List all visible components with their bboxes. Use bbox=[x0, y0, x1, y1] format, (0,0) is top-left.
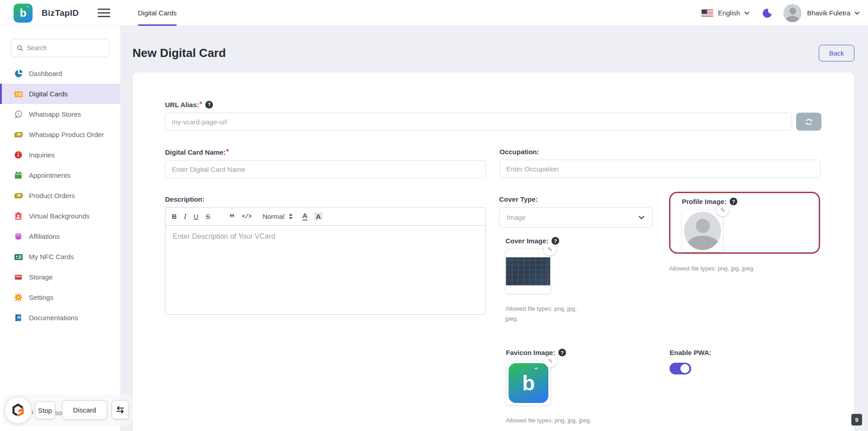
extension-logo-button[interactable] bbox=[5, 397, 32, 424]
chevron-down-icon[interactable] bbox=[744, 10, 750, 16]
help-icon[interactable]: ? bbox=[552, 237, 559, 245]
page-title: New Digital Card bbox=[132, 46, 226, 60]
strikethrough-button[interactable]: S bbox=[206, 213, 210, 220]
back-button[interactable]: Back bbox=[819, 45, 854, 62]
form-card: URL Alias: * ? Digital Card Nam bbox=[132, 72, 854, 431]
swap-arrows-button[interactable] bbox=[112, 400, 129, 419]
search-input[interactable] bbox=[27, 44, 104, 52]
user-menu-chevron-icon[interactable] bbox=[854, 10, 860, 16]
book-icon bbox=[14, 313, 23, 322]
sidebar-item-label: Whatsapp Stores bbox=[29, 110, 81, 118]
badge-person-icon bbox=[14, 211, 23, 221]
cover-image-allowed-types: Allowed file types: png, jpg, jpeg. bbox=[505, 304, 577, 324]
edit-profile-image-button[interactable]: ✎ bbox=[717, 204, 729, 216]
card-name-label: Digital Card Name: bbox=[165, 148, 226, 156]
required-asterisk: * bbox=[226, 148, 229, 156]
sidebar-item-virtual-backgrounds[interactable]: Virtual Backgrounds bbox=[0, 206, 120, 226]
sidebar-search[interactable] bbox=[11, 39, 109, 57]
discard-button[interactable]: Discard bbox=[62, 400, 107, 420]
brand-logo[interactable]: b ˝ bbox=[14, 4, 33, 23]
url-alias-label: URL Alias: bbox=[165, 101, 199, 109]
description-input[interactable]: Enter Description of Your VCard bbox=[165, 226, 485, 314]
user-avatar[interactable] bbox=[783, 4, 802, 22]
stop-button[interactable]: Stop bbox=[35, 401, 55, 419]
menu-toggle-icon[interactable] bbox=[98, 9, 110, 17]
edit-favicon-button[interactable]: ✎ bbox=[544, 355, 557, 367]
favicon-leaf-icon: ˝ bbox=[535, 367, 538, 376]
description-label: Description: bbox=[165, 195, 205, 203]
cover-type-select[interactable]: Image bbox=[499, 207, 653, 227]
storage-box-icon bbox=[14, 272, 23, 282]
enable-pwa-label: Enable PWA: bbox=[670, 349, 712, 356]
italic-button[interactable]: I bbox=[184, 213, 186, 220]
favicon-thumbnail: b ˝ ✎ bbox=[506, 360, 551, 406]
banknote-icon bbox=[14, 130, 23, 139]
sidebar: Dashboard Digital Cards Whatsapp Stores … bbox=[0, 26, 120, 431]
calendar-icon bbox=[14, 171, 23, 180]
cover-image-label: Cover Image: bbox=[505, 237, 548, 245]
underline-button[interactable]: U bbox=[193, 213, 198, 220]
swap-arrows-icon bbox=[115, 405, 125, 415]
dark-mode-moon-icon[interactable] bbox=[762, 8, 773, 19]
top-header: b ˝ BizTapID Digital Cards English Bhavi… bbox=[0, 0, 868, 26]
cover-image bbox=[506, 257, 550, 285]
url-alias-input[interactable] bbox=[165, 113, 792, 131]
description-editor: B I U S ” </> Normal A A En bbox=[165, 207, 486, 315]
sidebar-item-documentations[interactable]: Documentations bbox=[0, 308, 120, 328]
sidebar-item-whatsapp-product-order[interactable]: Whatsapp Product Order bbox=[0, 124, 120, 145]
brand-name: BizTapID bbox=[42, 0, 79, 26]
profile-image-thumbnail: ✎ bbox=[682, 209, 723, 252]
sidebar-item-digital-cards[interactable]: Digital Cards bbox=[0, 84, 120, 104]
bold-button[interactable]: B bbox=[172, 213, 177, 220]
help-icon[interactable]: ? bbox=[730, 198, 737, 205]
sidebar-item-storage[interactable]: Storage bbox=[0, 267, 120, 287]
enable-pwa-toggle[interactable] bbox=[670, 363, 691, 374]
tab-digital-cards[interactable]: Digital Cards bbox=[138, 0, 177, 26]
text-background-button[interactable]: A bbox=[315, 213, 322, 220]
logo-leaf-icon: ˝ bbox=[27, 6, 28, 11]
profile-image-allowed-types: Allowed file types: png, jpg, jpeg. bbox=[669, 264, 820, 274]
sidebar-item-affiliations[interactable]: Affiliations bbox=[0, 226, 120, 246]
sidebar-item-dashboard[interactable]: Dashboard bbox=[0, 63, 120, 84]
sidebar-item-product-orders[interactable]: Product Orders bbox=[0, 185, 120, 206]
help-icon[interactable]: ? bbox=[558, 349, 566, 356]
sidebar-item-label: Settings bbox=[29, 294, 53, 301]
sidebar-item-label: Documentations bbox=[29, 314, 78, 322]
edit-cover-image-button[interactable]: ✎ bbox=[544, 243, 556, 256]
format-value: Normal bbox=[263, 213, 284, 220]
favicon-allowed-types: Allowed file types: png, jpg, jpeg. bbox=[506, 416, 653, 426]
sidebar-item-label: My NFC Cards bbox=[29, 253, 74, 260]
profile-image-highlight-box: Profile Image: ? ✎ bbox=[669, 192, 820, 254]
us-flag-icon bbox=[701, 9, 713, 17]
regenerate-url-button[interactable] bbox=[796, 113, 821, 131]
help-icon[interactable]: ? bbox=[205, 101, 213, 109]
code-button[interactable]: </> bbox=[242, 214, 252, 219]
extension-hexagon-icon bbox=[10, 402, 26, 418]
clipped-text-fragment: so bbox=[55, 409, 62, 417]
sidebar-item-inquiries[interactable]: Inquiries bbox=[0, 145, 120, 165]
sidebar-item-appointments[interactable]: Appointments bbox=[0, 165, 120, 185]
sidebar-item-label: Digital Cards bbox=[29, 90, 68, 98]
refresh-icon bbox=[805, 118, 813, 126]
whatsapp-icon bbox=[14, 109, 23, 119]
sidebar-item-label: Storage bbox=[29, 273, 53, 281]
blockquote-button[interactable]: ” bbox=[229, 213, 235, 224]
sidebar-item-label: Inquiries bbox=[29, 151, 55, 159]
banknote-icon bbox=[14, 191, 23, 200]
id-card-icon bbox=[14, 89, 23, 99]
occupation-input[interactable] bbox=[500, 160, 821, 178]
tab-label: Digital Cards bbox=[138, 9, 177, 17]
sidebar-item-whatsapp-stores[interactable]: Whatsapp Stores bbox=[0, 104, 120, 124]
profile-image-placeholder bbox=[684, 212, 721, 250]
sidebar-item-my-nfc-cards[interactable]: My NFC Cards bbox=[0, 246, 120, 267]
language-label[interactable]: English bbox=[718, 9, 740, 17]
cover-image-thumbnail: ✎ bbox=[505, 249, 551, 294]
sidebar-item-settings[interactable]: Settings bbox=[0, 287, 120, 308]
card-name-input[interactable] bbox=[165, 160, 486, 178]
cover-type-value: Image bbox=[507, 213, 526, 221]
id-card-icon bbox=[14, 252, 23, 261]
format-select[interactable]: Normal bbox=[263, 213, 292, 220]
user-name[interactable]: Bhavik Fuletra bbox=[807, 9, 850, 17]
favicon-letter: b bbox=[522, 371, 535, 395]
text-color-button[interactable]: A bbox=[302, 212, 307, 221]
